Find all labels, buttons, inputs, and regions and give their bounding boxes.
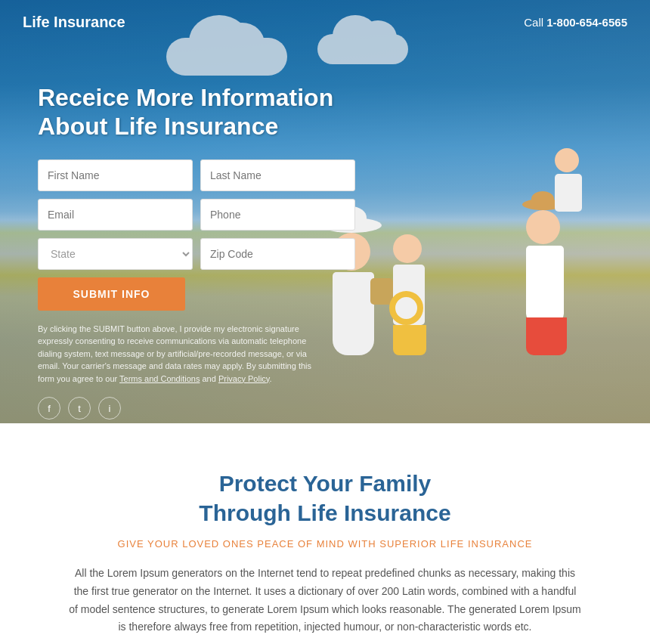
content-subtitle: GIVE YOUR LOVED ONES PEACE OF MIND WITH … (60, 538, 590, 550)
instagram-icon[interactable]: i (98, 397, 121, 420)
boy-shorts (393, 325, 426, 355)
phone-call-label: Call (524, 16, 546, 29)
site-logo: Life Insurance (23, 14, 125, 31)
disclaimer-text: By clicking the SUBMIT button above, I p… (38, 323, 325, 385)
social-icons-bar: f t i (38, 397, 355, 420)
name-row (38, 159, 355, 191)
content-title-line2: Through Life Insurance (199, 500, 450, 525)
mom-bag (370, 278, 393, 305)
boy-figure (393, 234, 426, 355)
last-name-input[interactable] (200, 159, 355, 191)
hero-section: Life Insurance Call 1-800-654-6565 Recei… (0, 0, 650, 423)
girl-figure (555, 148, 582, 212)
twitter-icon[interactable]: t (68, 397, 91, 420)
submit-button[interactable]: SUBMIT INFO (38, 277, 185, 311)
content-section: Protect Your Family Through Life Insuran… (0, 423, 650, 644)
dad-head (526, 210, 560, 244)
boy-ring (389, 291, 423, 325)
content-title-line1: Protect Your Family (219, 471, 432, 496)
state-select[interactable]: State AlabamaAlaskaArizonaArkansas Calif… (38, 238, 193, 270)
terms-link[interactable]: Terms and Conditions (119, 374, 200, 383)
form-headline: Receice More Information About Life Insu… (38, 83, 355, 141)
phone-number: 1-800-654-6565 (546, 16, 627, 29)
headline-line1: Receice More Information (38, 84, 333, 111)
page-header: Life Insurance Call 1-800-654-6565 (0, 0, 650, 45)
first-name-input[interactable] (38, 159, 193, 191)
boy-head (393, 234, 422, 263)
dad-figure (526, 210, 567, 355)
zip-input[interactable] (200, 238, 355, 270)
privacy-link[interactable]: Privacy Policy (218, 374, 270, 383)
phone-display: Call 1-800-654-6565 (524, 16, 627, 29)
girl-head (555, 148, 579, 172)
dad-body (526, 246, 564, 321)
contact-row (38, 199, 355, 231)
content-title: Protect Your Family Through Life Insuran… (60, 469, 590, 528)
email-input[interactable] (38, 199, 193, 231)
facebook-icon[interactable]: f (38, 397, 60, 420)
content-body: All the Lorem Ipsum generators on the In… (68, 565, 582, 636)
headline-line2: About Life Insurance (38, 113, 278, 140)
phone-input[interactable] (200, 199, 355, 231)
dad-shorts (526, 317, 567, 355)
form-container: Receice More Information About Life Insu… (38, 83, 355, 420)
girl-body (555, 174, 582, 212)
location-row: State AlabamaAlaskaArizonaArkansas Calif… (38, 238, 355, 270)
